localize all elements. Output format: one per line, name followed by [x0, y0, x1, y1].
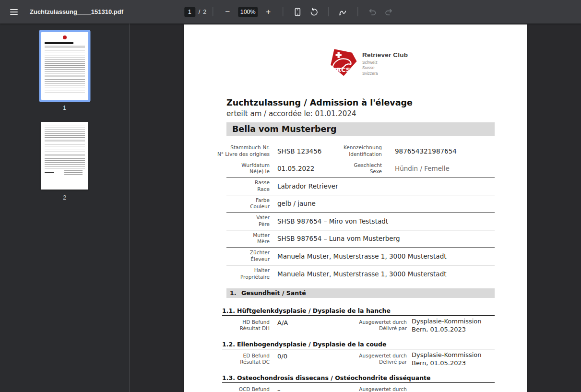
row-label: KennzeichnungIdentification [335, 144, 382, 157]
zoom-in-icon: + [266, 8, 271, 16]
health-row-ed: ED BefundRésultat DC 0/0 Ausgewertet dur… [226, 351, 495, 368]
evaluator-label: Ausgewertet durchDélivré par [335, 385, 407, 392]
thumbnail-banner-line [45, 46, 85, 48]
page-separator: / [199, 9, 200, 15]
page-number-input[interactable] [184, 7, 195, 17]
table-row-rasse: RasseRace Labrador Retriever [226, 178, 495, 195]
row-value: SHSB 987654 – Miro von Teststadt [270, 217, 495, 225]
row-label: HalterPropriétaire [226, 267, 270, 280]
club-name: Retriever Club [362, 51, 408, 59]
page-count: 2 [203, 9, 206, 15]
row-label: RasseRace [226, 179, 270, 192]
evaluator-value: Dysplasie-KommissionBern, 01.05.2023 [407, 351, 495, 368]
row-value: Manuela Muster, Musterstrasse 1, 3000 Mu… [270, 252, 495, 260]
toolbar-center: / 2 − 100% + [184, 0, 397, 24]
toolbar-separator [283, 7, 283, 16]
row-label: Stammbuch-Nr.N° Livre des origines [226, 144, 270, 157]
zoom-out-icon: − [225, 8, 230, 16]
logo-monogram: RCS [336, 66, 350, 73]
club-lang-de: Schweiz [362, 60, 408, 65]
rotate-button[interactable] [307, 5, 320, 19]
section-number: 1. [230, 288, 241, 298]
club-lang-fr: Suisse [362, 65, 408, 71]
thumbnail-banner-line [45, 140, 85, 142]
row-label: GeschlechtSexe [335, 162, 382, 175]
row-label: VaterPère [226, 214, 270, 227]
row-value: Hündin / Femelle [382, 165, 495, 172]
table-row-mutter: MutterMère SHSB 987654 – Luna vom Muster… [226, 230, 495, 248]
annotate-button[interactable] [336, 5, 350, 19]
thumbnail-text-lines [45, 50, 85, 73]
rotate-icon [309, 7, 319, 17]
thumbnail-signature-line [45, 172, 54, 173]
thumbnail-page-2[interactable] [41, 122, 88, 190]
zoom-in-button[interactable]: + [261, 5, 275, 19]
table-row-wurfdatum: WurfdatumNé(e) le 01.05.2022 GeschlechtS… [226, 160, 495, 178]
row-value: Manuela Muster, Musterstrasse 1, 3000 Mu… [270, 270, 495, 278]
dog-name-banner: Bella vom Musterberg [226, 122, 495, 136]
result-label: HD BefundRésultat DH [226, 318, 270, 334]
evaluator-value [407, 385, 495, 392]
club-lang-it: Svizzera [362, 71, 408, 76]
fit-page-button[interactable] [291, 5, 304, 19]
document-title: Zuchtzulassung / Admission à l'élevage [226, 98, 495, 108]
row-value: Labrador Retriever [270, 182, 495, 190]
menu-icon [10, 9, 18, 15]
row-label: FarbeCouleur [226, 197, 270, 210]
evaluator-label: Ausgewertet durchDélivré par [335, 318, 407, 334]
result-value: – [270, 385, 335, 392]
zoom-out-button[interactable]: − [221, 5, 234, 19]
redo-button[interactable] [382, 5, 395, 19]
thumbnail-banner-line [45, 154, 85, 156]
menu-button[interactable] [6, 4, 22, 20]
section-title: Gesundheit / Santé [241, 288, 306, 298]
subsection-heading-hd: 1.1. Hüftgelenkdysplasie / Dysplasie de … [222, 308, 495, 316]
result-label: OCD BefundRésultat OCD [226, 385, 270, 392]
thumbnail-label-2: 2 [0, 194, 129, 201]
thumbnail-text-lines [45, 79, 85, 94]
undo-button[interactable] [366, 5, 379, 19]
thumbnail-panel[interactable]: 1 2 [0, 24, 130, 392]
club-logo-text: Retriever Club Schweiz Suisse Svizzera [362, 46, 408, 78]
toolbar-left: Zuchtzulassung____151310.pdf [0, 4, 123, 20]
table-row-farbe: FarbeCouleur gelb / jaune [226, 195, 495, 213]
evaluator-label: Ausgewertet durchDélivré par [335, 351, 407, 368]
row-value: SHSB 987654 – Luna vom Musterberg [270, 235, 495, 242]
club-languages: Schweiz Suisse Svizzera [362, 60, 408, 76]
toolbar: Zuchtzulassung____151310.pdf / 2 − 100% … [0, 0, 581, 24]
toolbar-separator [357, 7, 358, 16]
row-label: WurfdatumNé(e) le [226, 162, 270, 175]
row-value: 987654321987654 [382, 147, 495, 155]
result-label: ED BefundRésultat DC [226, 351, 270, 368]
result-value: A/A [270, 318, 335, 334]
pdf-page-1: RCS Retriever Club Schweiz Suisse Svizze… [184, 24, 527, 392]
zoom-level[interactable]: 100% [238, 7, 258, 17]
subsection-title: Ellenbogendysplasie / Dysplasie de la co… [237, 341, 386, 348]
toolbar-separator [328, 7, 329, 16]
row-label: MutterMère [226, 232, 270, 245]
undo-icon [368, 7, 377, 17]
info-table: Stammbuch-Nr.N° Livre des origines SHSB … [226, 143, 495, 283]
subsection-number: 1.2. [222, 341, 237, 348]
subsection-heading-ocd: 1.3. Osteochondrosis dissecans / Ostéoch… [222, 375, 495, 383]
pdf-viewer-area[interactable]: RCS Retriever Club Schweiz Suisse Svizze… [130, 24, 581, 392]
annotate-pen-icon [338, 7, 348, 17]
rcs-logo-icon: RCS [322, 46, 358, 78]
thumbnail-text-lines [45, 158, 85, 168]
thumbnail-title-line [45, 42, 73, 44]
table-row-halter: HalterPropriétaire Manuela Muster, Muste… [226, 265, 495, 283]
row-value: SHSB 123456 [270, 147, 335, 155]
thumbnail-signature-block [64, 170, 83, 175]
fit-page-icon [293, 7, 302, 17]
evaluator-value: Dysplasie-KommissionBern, 01.05.2023 [407, 318, 495, 334]
redo-icon [384, 7, 393, 17]
row-value: gelb / jaune [270, 200, 495, 207]
table-row-stammbuch: Stammbuch-Nr.N° Livre des origines SHSB … [226, 143, 495, 160]
table-row-zuechter: ZüchterÉleveur Manuela Muster, Musterstr… [226, 248, 495, 265]
row-label: ZüchterÉleveur [226, 249, 270, 262]
document-filename: Zuchtzulassung____151310.pdf [30, 8, 123, 15]
thumbnail-page-1[interactable] [41, 32, 88, 100]
health-row-hd: HD BefundRésultat DH A/A Ausgewertet dur… [226, 318, 495, 334]
table-row-vater: VaterPère SHSB 987654 – Miro von Teststa… [226, 213, 495, 230]
thumbnail-label-1: 1 [0, 104, 129, 111]
